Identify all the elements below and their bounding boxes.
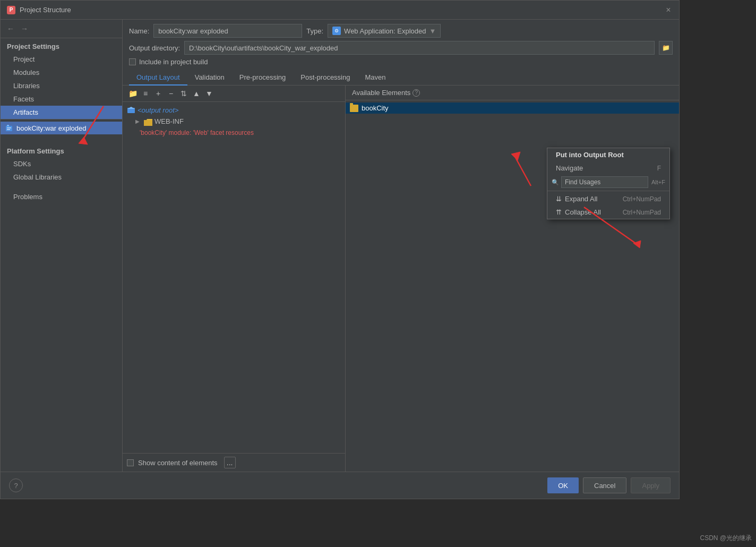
sidebar-item-global-libraries[interactable]: Global Libraries xyxy=(1,170,122,184)
sidebar-item-problems[interactable]: Problems xyxy=(1,190,122,203)
add-btn[interactable]: + xyxy=(152,88,164,99)
sidebar-item-sdks[interactable]: SDKs xyxy=(1,157,122,170)
tab-maven[interactable]: Maven xyxy=(357,70,393,86)
show-content-label: Show content of elements xyxy=(138,459,218,467)
collapse-all-icon: ⇈ xyxy=(556,208,562,216)
content-panels: 📁 ≡ + − ⇅ ▲ ▼ xyxy=(123,86,679,472)
cancel-button[interactable]: Cancel xyxy=(583,477,626,493)
artifact-icon xyxy=(5,124,13,132)
nav-forward-button[interactable]: → xyxy=(19,23,30,35)
output-root-label: <output root> xyxy=(138,106,178,114)
type-select[interactable]: ⚙ Web Application: Exploded ▼ xyxy=(328,24,441,38)
artifact-entry[interactable]: bookCity:war exploded xyxy=(1,122,122,134)
include-build-checkbox[interactable] xyxy=(129,58,136,65)
include-build-row: Include in project build xyxy=(129,58,673,66)
available-elements-label: Available Elements xyxy=(352,89,410,97)
available-elements-header: Available Elements ? xyxy=(346,86,679,100)
output-dir-row: Output directory: 📁 xyxy=(129,41,673,55)
bookcity-element[interactable]: bookCity xyxy=(346,102,679,114)
list-view-btn[interactable]: ≡ xyxy=(140,88,151,99)
show-content-checkbox[interactable] xyxy=(127,459,134,466)
tab-output-layout[interactable]: Output Layout xyxy=(129,70,187,86)
dialog-footer: ? OK Cancel Apply xyxy=(1,472,679,499)
tree-expander: ▶ xyxy=(135,118,144,124)
sidebar-item-facets[interactable]: Facets xyxy=(1,92,122,106)
artifacts-list: bookCity:war exploded xyxy=(1,119,122,136)
close-button[interactable]: × xyxy=(664,6,673,14)
svg-rect-0 xyxy=(6,126,12,131)
expand-all-icon: ⇊ xyxy=(556,195,562,203)
sort-btn[interactable]: ⇅ xyxy=(178,88,190,99)
sidebar-item-libraries[interactable]: Libraries xyxy=(1,79,122,92)
folder-icon-webinf xyxy=(144,117,152,126)
project-structure-dialog: P Project Structure × ← → Project Settin… xyxy=(0,0,680,499)
web-inf-item[interactable]: ▶ WEB-INF xyxy=(123,116,345,127)
sidebar: ← → Project Settings Project Modules Lib… xyxy=(1,20,123,472)
find-usages-search-icon: 🔍 xyxy=(552,179,559,186)
remove-btn[interactable]: − xyxy=(165,88,177,99)
context-menu: Put into Output Root Navigate F 🔍 Alt+F … xyxy=(547,148,670,219)
name-input[interactable] xyxy=(153,24,302,38)
find-usages-shortcut: Alt+F xyxy=(651,179,665,185)
sidebar-item-artifacts[interactable]: Artifacts xyxy=(1,106,122,119)
ok-button[interactable]: OK xyxy=(547,477,579,493)
help-button[interactable]: ? xyxy=(9,478,23,492)
type-icon: ⚙ xyxy=(332,27,341,35)
tabs-bar: Output Layout Validation Pre-processing … xyxy=(123,70,679,86)
nav-back-button[interactable]: ← xyxy=(5,23,16,35)
web-inf-label: WEB-INF xyxy=(154,117,184,125)
add-directory-btn[interactable]: 📁 xyxy=(127,88,139,99)
context-menu-put-into-output-root[interactable]: Put into Output Root xyxy=(547,148,669,161)
output-tree: <output root> ▶ WEB-INF xyxy=(123,102,345,453)
project-settings-title: Project Settings xyxy=(1,38,122,53)
bookcity-folder-icon xyxy=(350,105,358,112)
find-usages-input[interactable] xyxy=(561,176,648,188)
left-panel: 📁 ≡ + − ⇅ ▲ ▼ xyxy=(123,86,346,472)
include-build-label: Include in project build xyxy=(139,58,208,66)
sidebar-item-modules[interactable]: Modules xyxy=(1,66,122,79)
more-options-btn[interactable]: ... xyxy=(224,457,236,468)
dialog-titlebar: P Project Structure × xyxy=(1,1,679,20)
dialog-title: Project Structure xyxy=(20,6,664,14)
help-icon[interactable]: ? xyxy=(413,89,420,97)
platform-settings-title: Platform Settings xyxy=(1,143,122,157)
browse-dir-button[interactable]: 📁 xyxy=(659,41,673,55)
output-root-icon xyxy=(127,106,135,114)
context-menu-separator-1 xyxy=(547,191,669,191)
tab-post-processing[interactable]: Post-processing xyxy=(293,70,357,86)
type-label: Type: xyxy=(306,27,323,35)
svg-rect-2 xyxy=(7,127,11,129)
tab-validation[interactable]: Validation xyxy=(187,70,232,86)
error-label: 'bookCity' module: 'Web' facet resources xyxy=(140,129,254,136)
dialog-body: ← → Project Settings Project Modules Lib… xyxy=(1,20,679,472)
right-panel: Available Elements ? bookCity xyxy=(346,86,679,472)
error-item[interactable]: 'bookCity' module: 'Web' facet resources xyxy=(123,127,345,138)
find-usages-row: 🔍 Alt+F xyxy=(547,175,669,190)
context-menu-collapse-all[interactable]: ⇈ Collapse All Ctrl+NumPad xyxy=(547,206,669,219)
left-panel-footer: Show content of elements ... xyxy=(123,453,345,472)
sidebar-nav: ← → xyxy=(1,20,122,38)
bookcity-label: bookCity xyxy=(362,104,389,112)
apply-button[interactable]: Apply xyxy=(631,477,671,493)
svg-rect-3 xyxy=(7,129,10,130)
artifact-header: Name: Type: ⚙ Web Application: Exploded … xyxy=(123,20,679,70)
sidebar-item-project[interactable]: Project xyxy=(1,53,122,66)
app-icon: P xyxy=(7,6,15,14)
context-menu-expand-all[interactable]: ⇊ Expand All Ctrl+NumPad xyxy=(547,192,669,206)
move-up-btn[interactable]: ▲ xyxy=(191,88,202,99)
left-panel-toolbar: 📁 ≡ + − ⇅ ▲ ▼ xyxy=(123,86,345,102)
watermark: CSDN @光的继承 xyxy=(700,534,752,543)
tab-pre-processing[interactable]: Pre-processing xyxy=(232,70,293,86)
output-dir-label: Output directory: xyxy=(129,44,180,52)
name-label: Name: xyxy=(129,27,149,35)
move-down-btn[interactable]: ▼ xyxy=(203,88,215,99)
context-menu-navigate[interactable]: Navigate F xyxy=(547,161,669,175)
output-dir-input[interactable] xyxy=(184,41,655,55)
svg-rect-1 xyxy=(7,125,9,126)
output-root-item[interactable]: <output root> xyxy=(123,104,345,116)
main-content: Name: Type: ⚙ Web Application: Exploded … xyxy=(123,20,679,472)
